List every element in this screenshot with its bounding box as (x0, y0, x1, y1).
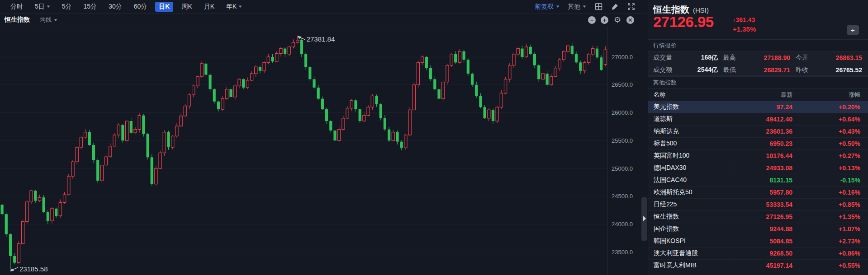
table-row-德国DAX30[interactable]: 德国DAX3024933.08+0.13% (648, 162, 868, 174)
candle (88, 132, 91, 145)
candle (350, 100, 353, 108)
y-axis-label: 26000.0 (612, 109, 633, 116)
candle (204, 64, 207, 75)
index-change-cell: +0.43% (798, 126, 868, 137)
candle (571, 46, 574, 54)
table-row-韩国KOSPI[interactable]: 韩国KOSPI5084.85+2.73% (648, 235, 868, 247)
index-change-cell: +0.55% (798, 260, 868, 271)
quote-cell: 今开26863.15 (791, 54, 867, 62)
ma-dropdown[interactable]: 均线▼ (40, 16, 57, 24)
index-last-cell: 24933.08 (734, 162, 798, 174)
period-tab-9[interactable]: 月K (200, 2, 218, 12)
y-axis-label: 23500.0 (612, 249, 633, 256)
period-tab-7[interactable]: 日K (155, 2, 173, 12)
candle (242, 79, 245, 88)
candle (234, 86, 237, 97)
candlestick-chart[interactable]: 27000.026500.026000.025500.025000.024500… (0, 26, 647, 275)
quote-value: 26863.15 (836, 54, 862, 61)
quote-row: 成交额2544亿最低26829.71昨收26765.52 (648, 64, 868, 76)
period-tabs: 分时5日▼5分15分30分60分日K周K月K年K▼ (0, 2, 248, 12)
period-tab-1[interactable]: 分时 (7, 2, 27, 12)
candle (180, 116, 182, 126)
index-last-cell: 5084.85 (734, 235, 798, 247)
index-last-cell: 53333.54 (734, 199, 798, 210)
index-code: (HSI) (693, 6, 709, 14)
period-tab-2[interactable]: 5日▼ (31, 2, 54, 12)
candle (47, 212, 49, 221)
candle (92, 145, 95, 160)
candle (121, 125, 124, 141)
period-tab-3[interactable]: 5分 (58, 2, 76, 12)
add-to-watchlist-button[interactable]: + (847, 25, 859, 35)
candle (496, 107, 498, 121)
close-icon[interactable]: ✕ (626, 16, 634, 24)
period-tab-10[interactable]: 年K▼ (223, 2, 246, 12)
candle (288, 47, 290, 54)
candle (280, 49, 282, 54)
candle (175, 126, 178, 136)
table-row-英国富时100[interactable]: 英国富时10010176.44+0.27% (648, 149, 868, 162)
candle (600, 57, 602, 70)
table-row-欧洲斯托克50[interactable]: 欧洲斯托克505957.80+0.16% (648, 186, 868, 198)
candle (63, 195, 66, 202)
quote-label: 最低 (723, 66, 736, 74)
table-row-国企指数[interactable]: 国企指数9244.88+1.07% (648, 223, 868, 235)
candle (117, 125, 120, 135)
candle (529, 47, 532, 54)
index-name-cell: 德国DAX30 (648, 164, 734, 172)
draw-brush-icon[interactable] (611, 3, 619, 11)
table-row-美元指数[interactable]: 美元指数97.24+0.20% (648, 101, 868, 113)
quote-grid: 成交量168亿最高27188.90今开26863.15成交额2544亿最低268… (648, 51, 868, 76)
period-tab-5[interactable]: 30分 (105, 2, 126, 12)
candle (317, 88, 320, 99)
period-tab-8[interactable]: 周K (178, 2, 195, 12)
col-change-header: 涨幅 (798, 89, 868, 101)
candle (134, 130, 137, 133)
candle (167, 132, 170, 147)
candle (1, 205, 4, 214)
candle (375, 96, 378, 104)
index-change-cell: +0.64% (798, 113, 868, 125)
table-row-日经225[interactable]: 日经22553333.54+0.85% (648, 198, 868, 210)
candle (500, 93, 503, 107)
table-row-恒生指数[interactable]: 恒生指数27126.95+1.35% (648, 210, 868, 223)
candle (192, 86, 195, 95)
y-axis-label: 26500.0 (612, 81, 633, 88)
index-last-cell: 5957.80 (734, 186, 798, 198)
table-row-澳大利亚普通股[interactable]: 澳大利亚普通股9268.50+0.86% (648, 247, 868, 259)
index-change-cell: +1.35% (798, 211, 868, 223)
candle (304, 54, 307, 67)
table-row-法国CAC40[interactable]: 法国CAC408131.15-0.15% (648, 174, 868, 186)
index-name-cell: 富时意大利MIB (648, 261, 734, 270)
index-name-cell: 法国CAC40 (648, 176, 734, 184)
candle (541, 74, 544, 79)
low-annotation: 23185.58 (19, 265, 48, 273)
candle (479, 96, 482, 107)
layout-grid-icon[interactable] (594, 3, 602, 11)
fullscreen-expand-icon[interactable] (627, 3, 635, 11)
period-tab-6[interactable]: 60分 (130, 2, 151, 12)
candle (488, 110, 490, 118)
table-row-纳斯达克[interactable]: 纳斯达克23601.36+0.43% (648, 125, 868, 137)
candle (329, 121, 332, 131)
candle (567, 46, 569, 51)
quote-label: 最高 (723, 54, 736, 62)
candle (363, 116, 365, 121)
quote-panel: 恒生指数 (HSI) 27126.95 ↑361.43 +1.35% + 行情报… (648, 0, 868, 275)
candle (433, 79, 436, 89)
adjust-type-dropdown[interactable]: 前复权▼ (535, 3, 560, 11)
candle (292, 42, 294, 47)
table-row-标普500[interactable]: 标普5006950.23+0.50% (648, 137, 868, 149)
candle (155, 168, 157, 184)
zoom-out-icon[interactable]: − (588, 16, 596, 24)
index-change-cell: -0.15% (798, 174, 868, 186)
zoom-in-icon[interactable]: + (601, 16, 608, 24)
candle (550, 76, 553, 85)
other-dropdown[interactable]: 其他▼ (568, 3, 586, 11)
table-row-富时意大利MIB[interactable]: 富时意大利MIB45197.14+0.55% (648, 259, 868, 271)
period-tab-4[interactable]: 15分 (80, 2, 101, 12)
candle (130, 121, 133, 133)
table-row-道琼斯[interactable]: 道琼斯49412.40+0.64% (648, 113, 868, 125)
candle (321, 99, 324, 110)
gear-icon[interactable]: ⚙ (613, 16, 621, 24)
